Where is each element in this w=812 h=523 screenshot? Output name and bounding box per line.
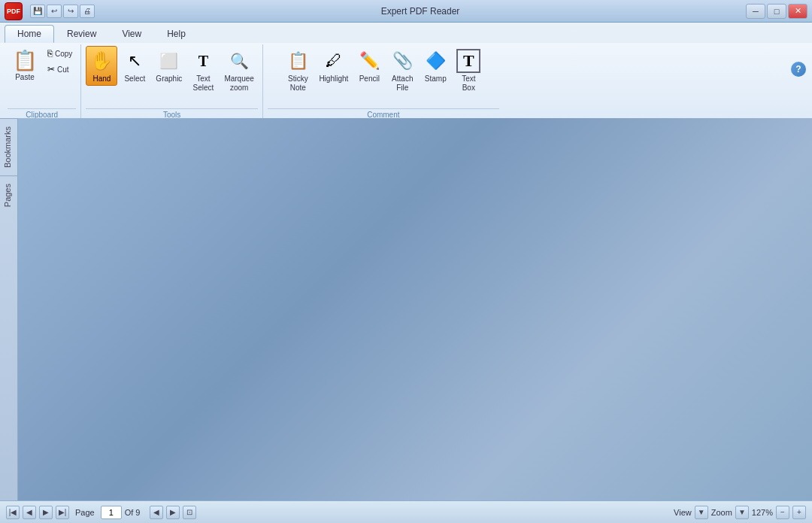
text-select-icon: T	[191, 49, 215, 73]
close-button[interactable]: ✕	[788, 4, 807, 19]
statusbar: |◀ ◀ ▶ ▶| Page Of 9 ◀ ▶ ⊡ View ▼ Zoom ▼ …	[0, 500, 812, 523]
tools-items: ✋ Hand ↖ Select ⬜ Graphic T Text Select	[86, 46, 257, 107]
tab-view[interactable]: View	[109, 25, 154, 43]
page-label: Page	[75, 508, 95, 517]
nav-last[interactable]: ▶|	[56, 506, 69, 519]
text-select-label: Text Select	[192, 74, 214, 93]
hand-icon: ✋	[89, 49, 114, 73]
ribbon-tabs: Home Review View Help	[0, 23, 812, 43]
paste-button[interactable]: 📋 Paste	[8, 46, 42, 84]
comment-label: Comment	[268, 108, 499, 119]
fit-page[interactable]: ⊡	[183, 506, 196, 519]
nav-next[interactable]: ▶	[39, 506, 53, 519]
highlight-button[interactable]: 🖊 Highlight	[315, 46, 352, 86]
clipboard-label: Clipboard	[8, 108, 76, 119]
copy-label: Copy	[55, 50, 72, 58]
nav-prev[interactable]: ◀	[23, 506, 36, 519]
attach-file-icon: 📎	[390, 49, 414, 73]
statusbar-right: View ▼ Zoom ▼ 127% − +	[674, 506, 806, 519]
view-label: View	[674, 508, 692, 517]
cut-icon: ✂	[47, 64, 55, 74]
paste-icon: 📋	[13, 49, 37, 72]
zoom-label: Zoom	[711, 508, 732, 517]
clipboard-items: 📋 Paste ⎘ Copy ✂ Cut	[8, 46, 76, 107]
zoom-value: 127%	[752, 508, 773, 517]
cut-button[interactable]: ✂ Cut	[44, 62, 76, 77]
marquee-zoom-button[interactable]: 🔍 Marquee zoom	[220, 46, 257, 95]
pencil-button[interactable]: ✏️ Pencil	[353, 46, 385, 86]
graphic-label: Graphic	[156, 74, 182, 84]
sidebar: Bookmarks Pages	[0, 118, 18, 500]
sticky-note-label: Sticky Note	[288, 74, 308, 93]
text-select-button[interactable]: T Text Select	[187, 46, 219, 95]
qa-undo[interactable]: ↩	[47, 5, 62, 18]
copy-button[interactable]: ⎘ Copy	[44, 46, 76, 61]
paste-label: Paste	[15, 73, 35, 81]
zoom-inc[interactable]: +	[792, 506, 806, 519]
window-controls: ─ □ ✕	[746, 4, 807, 19]
qa-redo[interactable]: ↪	[63, 5, 78, 18]
tools-label: Tools	[86, 108, 257, 119]
ribbon-group-tools: ✋ Hand ↖ Select ⬜ Graphic T Text Select	[81, 44, 262, 119]
of-label: Of 9	[125, 508, 141, 517]
nav-first[interactable]: |◀	[6, 506, 20, 519]
statusbar-nav: |◀ ◀ ▶ ▶| Page Of 9 ◀ ▶ ⊡	[6, 506, 196, 519]
sticky-note-button[interactable]: 📋 Sticky Note	[282, 46, 314, 95]
hand-button[interactable]: ✋ Hand	[86, 46, 117, 86]
view-dropdown[interactable]: ▼	[695, 506, 708, 519]
qa-print[interactable]: 🖨	[80, 5, 95, 18]
qa-save[interactable]: 💾	[30, 5, 45, 18]
comment-items: 📋 Sticky Note 🖊 Highlight ✏️ Pencil 📎 At…	[282, 46, 484, 107]
pencil-icon: ✏️	[357, 49, 381, 73]
titlebar: PDF 💾 ↩ ↪ 🖨 Expert PDF Reader ─ □ ✕	[0, 0, 812, 23]
zoom-dec[interactable]: −	[776, 506, 789, 519]
pencil-label: Pencil	[359, 74, 380, 84]
titlebar-left: PDF 💾 ↩ ↪ 🖨	[5, 2, 95, 20]
ribbon: Home Review View Help 📋 Paste ⎘ Copy	[0, 23, 812, 123]
app-logo: PDF	[5, 2, 23, 20]
help-button[interactable]: ?	[791, 62, 806, 77]
zoom-dropdown[interactable]: ▼	[735, 506, 749, 519]
app-title: Expert PDF Reader	[95, 6, 746, 17]
tab-review[interactable]: Review	[54, 25, 109, 43]
select-button[interactable]: ↖ Select	[119, 46, 150, 86]
main-canvas[interactable]	[18, 118, 812, 500]
sidebar-tab-pages[interactable]: Pages	[0, 175, 17, 214]
marquee-zoom-label: Marquee zoom	[224, 74, 253, 93]
copy-icon: ⎘	[47, 48, 53, 59]
ribbon-content: 📋 Paste ⎘ Copy ✂ Cut Clipboard	[0, 43, 812, 122]
ribbon-group-comment: 📋 Sticky Note 🖊 Highlight ✏️ Pencil 📎 At…	[263, 44, 504, 119]
attach-file-label: Attach File	[392, 74, 413, 93]
sidebar-tab-bookmarks[interactable]: Bookmarks	[0, 118, 17, 175]
copy-cut-group: ⎘ Copy ✂ Cut	[44, 46, 76, 77]
text-box-label: Text Box	[462, 74, 475, 93]
text-box-button[interactable]: T Text Box	[453, 46, 484, 95]
select-label: Select	[124, 74, 145, 84]
hand-label: Hand	[92, 74, 111, 84]
text-box-icon: T	[456, 49, 480, 73]
stamp-icon: 🔷	[423, 49, 447, 73]
sticky-note-icon: 📋	[286, 49, 310, 73]
ribbon-group-clipboard: 📋 Paste ⎘ Copy ✂ Cut Clipboard	[3, 44, 81, 119]
marquee-zoom-icon: 🔍	[227, 49, 251, 73]
minimize-button[interactable]: ─	[746, 4, 765, 19]
maximize-button[interactable]: □	[767, 4, 786, 19]
graphic-button[interactable]: ⬜ Graphic	[152, 46, 186, 86]
highlight-label: Highlight	[319, 74, 348, 84]
attach-file-button[interactable]: 📎 Attach File	[386, 46, 418, 95]
stamp-button[interactable]: 🔷 Stamp	[420, 46, 451, 86]
highlight-icon: 🖊	[322, 49, 346, 73]
select-icon: ↖	[123, 49, 147, 73]
stamp-label: Stamp	[425, 74, 447, 84]
tab-home[interactable]: Home	[5, 25, 54, 43]
zoom-out[interactable]: ◀	[150, 506, 163, 519]
cut-label: Cut	[57, 65, 69, 74]
zoom-in[interactable]: ▶	[166, 506, 180, 519]
graphic-icon: ⬜	[157, 49, 181, 73]
page-input[interactable]	[101, 506, 122, 519]
tab-help[interactable]: Help	[154, 25, 198, 43]
